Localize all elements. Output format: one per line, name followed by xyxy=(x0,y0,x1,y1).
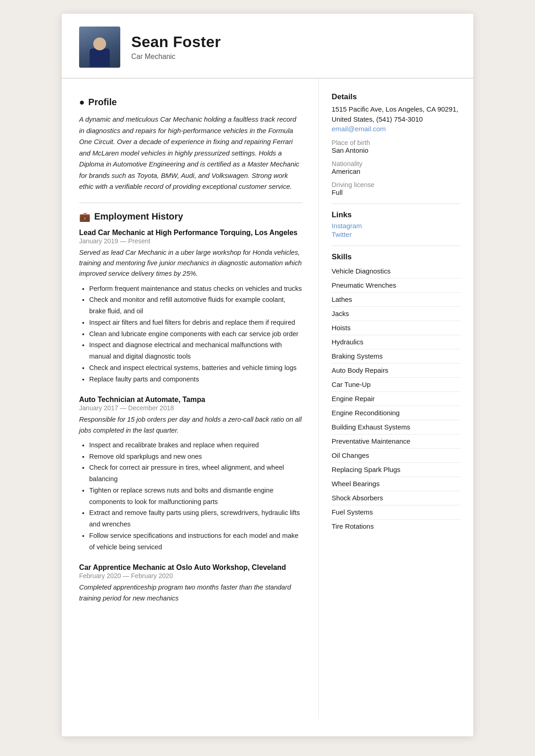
skill-item: Engine Reconditioning xyxy=(332,406,460,420)
job-date-3: February 2020 — February 2020 xyxy=(79,572,303,579)
resume-header: Sean Foster Car Mechanic xyxy=(62,14,473,79)
skill-item: Replacing Spark Plugs xyxy=(332,463,460,477)
list-item: Remove old sparkplugs and new ones xyxy=(89,451,303,462)
employment-section: 💼 Employment History Lead Car Mechanic a… xyxy=(79,211,303,604)
link-instagram[interactable]: Instagram xyxy=(332,222,460,230)
job-block-1: Lead Car Mechanic at High Performance To… xyxy=(79,229,303,385)
skill-item: Engine Repair xyxy=(332,392,460,406)
skill-item: Jacks xyxy=(332,307,460,321)
list-item: Tighten or replace screws nuts and bolts… xyxy=(89,485,303,508)
job-desc-3: Completed apprenticeship program two mon… xyxy=(79,582,303,604)
main-column: ● Profile A dynamic and meticulous Car M… xyxy=(62,79,319,719)
job-block-3: Car Apprentice Mechanic at Oslo Auto Wor… xyxy=(79,563,303,604)
job-date-2: January 2017 — December 2018 xyxy=(79,404,303,412)
side-divider-1 xyxy=(332,204,460,204)
list-item: Check and monitor and refill automotive … xyxy=(89,294,303,317)
profile-icon: ● xyxy=(79,97,85,107)
details-section-title: Details xyxy=(332,92,460,102)
skill-item: Car Tune-Up xyxy=(332,378,460,392)
nationality-value: American xyxy=(332,168,460,175)
skill-item: Lathes xyxy=(332,293,460,307)
job-desc-2: Responsible for 15 job orders per day an… xyxy=(79,414,303,436)
nationality-label: Nationality xyxy=(332,160,460,167)
profile-section: ● Profile A dynamic and meticulous Car M… xyxy=(79,97,303,193)
side-column: Details 1515 Pacific Ave, Los Angeles, C… xyxy=(319,79,473,719)
skills-section-title: Skills xyxy=(332,252,460,262)
driving-license-value: Full xyxy=(332,189,460,196)
skill-item: Wheel Bearings xyxy=(332,477,460,491)
skill-item: Pneumatic Wrenches xyxy=(332,279,460,293)
skill-item: Auto Body Repairs xyxy=(332,364,460,378)
skill-item: Fuel Systems xyxy=(332,505,460,520)
links-section-title: Links xyxy=(332,210,460,220)
candidate-title: Car Mechanic xyxy=(131,53,456,61)
details-section: Details 1515 Pacific Ave, Los Angeles, C… xyxy=(332,92,460,196)
skill-item: Braking Systems xyxy=(332,349,460,364)
job-title-2: Auto Technician at Automate, Tampa xyxy=(79,396,303,404)
links-section: Links Instagram Twitter xyxy=(332,210,460,238)
list-item: Perform frequent maintenance and status … xyxy=(89,283,303,295)
employment-section-title: 💼 Employment History xyxy=(79,211,303,222)
profile-text: A dynamic and meticulous Car Mechanic ho… xyxy=(79,114,303,193)
place-of-birth-label: Place of birth xyxy=(332,139,460,146)
list-item: Replace faulty parts and components xyxy=(89,374,303,385)
employment-icon: 💼 xyxy=(79,211,91,222)
job-bullets-2: Inspect and recalibrate brakes and repla… xyxy=(79,440,303,553)
list-item: Check and inspect electrical systems, ba… xyxy=(89,362,303,374)
job-title-1: Lead Car Mechanic at High Performance To… xyxy=(79,229,303,237)
candidate-name: Sean Foster xyxy=(131,33,456,51)
driving-license-label: Driving license xyxy=(332,181,460,188)
list-item: Inspect air filters and fuel filters for… xyxy=(89,317,303,328)
job-block-2: Auto Technician at Automate, Tampa Janua… xyxy=(79,396,303,552)
side-divider-2 xyxy=(332,246,460,246)
skill-item: Tire Rotations xyxy=(332,520,460,533)
detail-address: 1515 Pacific Ave, Los Angeles, CA 90291,… xyxy=(332,104,460,125)
link-twitter[interactable]: Twitter xyxy=(332,231,460,238)
list-item: Follow service specifications and instru… xyxy=(89,530,303,553)
profile-section-title: ● Profile xyxy=(79,97,303,107)
list-item: Inspect and recalibrate brakes and repla… xyxy=(89,440,303,451)
resume-body: ● Profile A dynamic and meticulous Car M… xyxy=(62,79,473,719)
skill-item: Hydraulics xyxy=(332,335,460,349)
skill-item: Building Exhaust Systems xyxy=(332,420,460,434)
detail-email[interactable]: email@email.com xyxy=(332,125,385,133)
resume-card: Sean Foster Car Mechanic ● Profile A dyn… xyxy=(62,14,473,736)
job-desc-1: Served as lead Car Mechanic in a uber la… xyxy=(79,247,303,279)
header-info: Sean Foster Car Mechanic xyxy=(131,33,456,61)
skill-item: Shock Absorbers xyxy=(332,491,460,505)
list-item: Extract and remove faulty parts using pl… xyxy=(89,507,303,530)
avatar xyxy=(79,27,120,68)
skill-item: Vehicle Diagnostics xyxy=(332,264,460,279)
skills-section: Skills Vehicle Diagnostics Pneumatic Wre… xyxy=(332,252,460,533)
skill-item: Oil Changes xyxy=(332,449,460,463)
job-bullets-1: Perform frequent maintenance and status … xyxy=(79,283,303,385)
skill-item: Hoists xyxy=(332,321,460,335)
job-date-1: January 2019 — Present xyxy=(79,237,303,245)
list-item: Clean and lubricate engine components wi… xyxy=(89,328,303,340)
list-item: Check for correct air pressure in tires,… xyxy=(89,462,303,485)
place-of-birth-value: San Antonio xyxy=(332,147,460,154)
skill-item: Preventative Maintenance xyxy=(332,434,460,449)
job-title-3: Car Apprentice Mechanic at Oslo Auto Wor… xyxy=(79,563,303,572)
list-item: Inspect and diagnose electrical and mech… xyxy=(89,339,303,362)
section-divider xyxy=(79,203,303,203)
